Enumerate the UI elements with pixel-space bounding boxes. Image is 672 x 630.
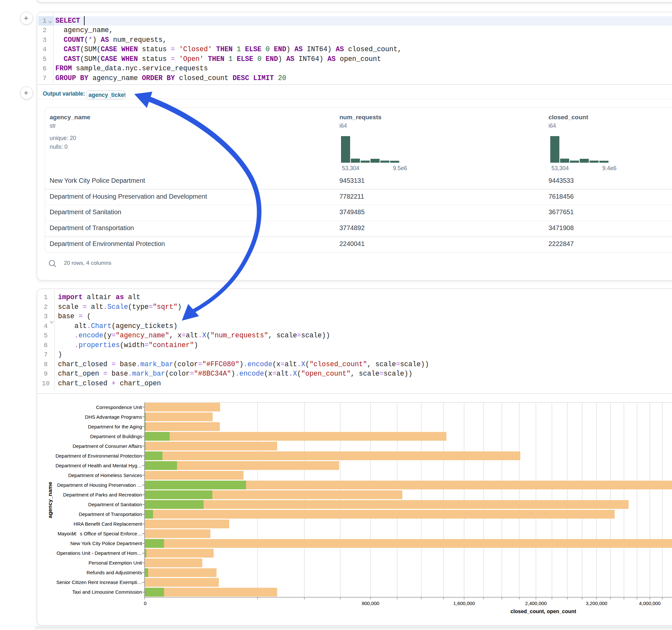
svg-text:Department of Transportation: Department of Transportation bbox=[79, 511, 142, 517]
svg-text:800,000: 800,000 bbox=[362, 601, 379, 606]
svg-text:3,200,000: 3,200,000 bbox=[586, 601, 607, 606]
svg-text:Operations Unit - Department o: Operations Unit - Department of Hom… bbox=[57, 550, 142, 556]
svg-text:HRA Benefit Card Replacement: HRA Benefit Card Replacement bbox=[74, 521, 142, 527]
svg-text:Senior Citizen Rent Increase E: Senior Citizen Rent Increase Exempti… bbox=[56, 579, 142, 585]
svg-text:Department of Consumer Affairs: Department of Consumer Affairs bbox=[73, 443, 142, 449]
svg-text:4,000,000: 4,000,000 bbox=[639, 601, 661, 606]
svg-text:Department of Environmental Pr: Department of Environmental Protection bbox=[55, 453, 142, 459]
svg-text:Department of Buildings: Department of Buildings bbox=[90, 434, 142, 439]
svg-text:Personal Exemption Unit: Personal Exemption Unit bbox=[89, 560, 142, 565]
svg-text:Department of Health and Menta: Department of Health and Mental Hyg… bbox=[55, 463, 142, 468]
svg-text:Department of Homeless Service: Department of Homeless Services bbox=[68, 472, 142, 478]
svg-text:closed_count, open_count: closed_count, open_count bbox=[510, 609, 576, 614]
svg-text:DHS Advantage Programs: DHS Advantage Programs bbox=[85, 414, 142, 420]
svg-text:Refunds and Adjustments: Refunds and Adjustments bbox=[87, 570, 142, 575]
svg-text:Department of Parks and Recrea: Department of Parks and Recreation bbox=[63, 492, 142, 498]
svg-text:agency_name: agency_name bbox=[47, 482, 53, 518]
svg-text:Department of Housing Preserva: Department of Housing Preservation … bbox=[57, 482, 142, 488]
svg-text:2,400,000: 2,400,000 bbox=[525, 601, 547, 606]
svg-text:Mayorâ€ s Office of Special E: Mayorâ€ s Office of Special Enforce… bbox=[58, 531, 142, 536]
svg-text:1,600,000: 1,600,000 bbox=[453, 601, 475, 606]
svg-text:Department of Sanitation: Department of Sanitation bbox=[88, 502, 142, 507]
svg-text:New York City Police Departmen: New York City Police Department bbox=[70, 540, 142, 546]
svg-text:Taxi and Limousine Commission: Taxi and Limousine Commission bbox=[72, 589, 142, 595]
svg-text:0: 0 bbox=[144, 601, 146, 606]
svg-text:Department for the Aging: Department for the Aging bbox=[88, 424, 142, 429]
svg-text:Correspondence Unit: Correspondence Unit bbox=[96, 405, 142, 410]
